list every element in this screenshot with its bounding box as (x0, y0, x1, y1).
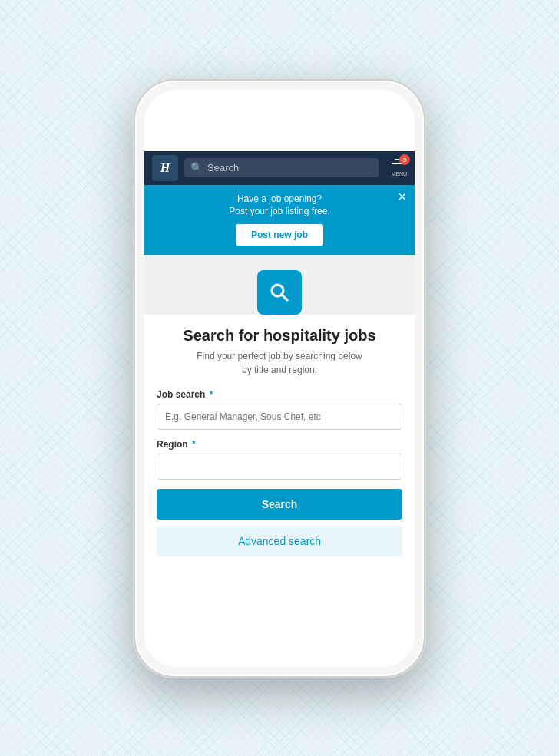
main-title: Search for hospitality jobs (160, 327, 399, 345)
search-icon-box (257, 270, 302, 315)
side-button-left-2 (132, 203, 135, 238)
required-star-2: * (190, 439, 196, 450)
heading-section: Search for hospitality jobs Find your pe… (144, 315, 415, 377)
app-main: Search for hospitality jobs Find your pe… (144, 255, 415, 597)
side-button-left-3 (132, 246, 135, 280)
nav-search-icon: 🔍 (190, 162, 203, 173)
phone-screen: H 🔍 Search 3 MENU (144, 151, 415, 598)
side-button-right (424, 188, 427, 234)
app-header: H 🔍 Search 3 MENU (144, 151, 415, 185)
promo-line1: Have a job opening? (237, 193, 322, 204)
app-logo: H (152, 155, 178, 181)
menu-button[interactable]: 3 MENU (391, 159, 407, 177)
post-new-job-button[interactable]: Post new job (236, 224, 323, 246)
job-search-label: Job search * (157, 389, 402, 400)
promo-banner: ✕ Have a job opening? Post your job list… (144, 185, 415, 256)
phone-mockup: H 🔍 Search 3 MENU (134, 79, 425, 678)
phone-inner: H 🔍 Search 3 MENU (144, 90, 415, 667)
nav-search-placeholder: Search (207, 162, 239, 173)
side-button-left-1 (132, 165, 135, 188)
subtitle-line1: Find your perfect job by searching below (197, 351, 362, 361)
region-select[interactable] (157, 454, 402, 480)
region-label: Region * (157, 439, 402, 450)
promo-close-button[interactable]: ✕ (397, 191, 407, 203)
svg-line-1 (282, 295, 287, 300)
sub-title: Find your perfect job by searching below… (160, 349, 399, 377)
required-star-1: * (207, 389, 213, 400)
subtitle-line2: by title and region. (242, 365, 317, 375)
search-hero (144, 255, 415, 315)
app-container: H 🔍 Search 3 MENU (144, 151, 415, 598)
advanced-search-button[interactable]: Advanced search (157, 526, 402, 556)
job-search-input[interactable] (157, 404, 402, 430)
search-button[interactable]: Search (157, 489, 402, 520)
search-hero-icon (268, 281, 291, 304)
nav-search-bar[interactable]: 🔍 Search (184, 158, 379, 177)
menu-label: MENU (391, 171, 407, 177)
menu-badge: 3 (399, 154, 410, 165)
promo-text: Have a job opening? Post your job listin… (167, 193, 392, 219)
search-form: Job search * Region * Search Advanced se… (144, 377, 415, 597)
promo-line2: Post your job listing free. (229, 206, 329, 216)
logo-text: H (160, 161, 170, 175)
